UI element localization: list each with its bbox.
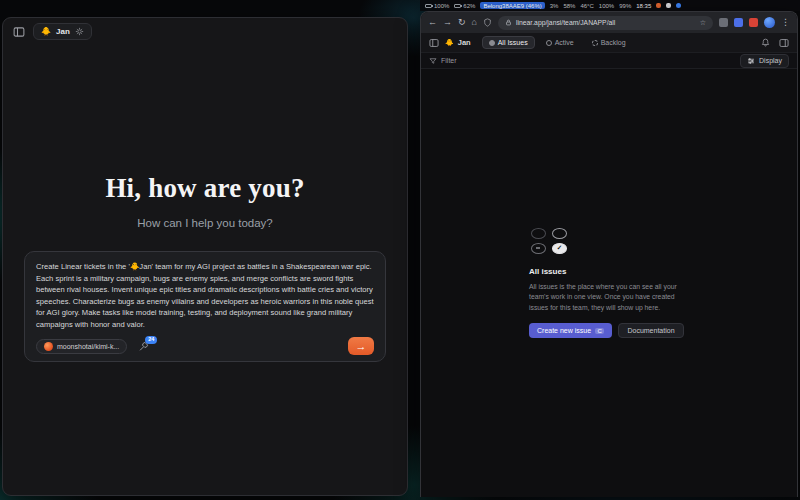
all-issues-icon xyxy=(489,40,495,46)
linear-filter-bar: Filter Display xyxy=(421,52,797,69)
display-sliders-icon xyxy=(747,57,755,65)
address-bar[interactable]: linear.app/jansi/team/JANAPP/all ☆ xyxy=(498,16,713,30)
backlog-circle-icon xyxy=(531,243,546,254)
lock-icon xyxy=(505,19,512,26)
tray-icon-app[interactable] xyxy=(666,3,671,8)
todo-circle-icon xyxy=(531,228,546,239)
linear-tab-bar: 🐥 Jan All Issues Active Backlog xyxy=(421,33,797,52)
view-tabs: All Issues Active Backlog xyxy=(482,36,633,49)
shortcut-key-c: C xyxy=(595,328,604,334)
display-button[interactable]: Display xyxy=(740,54,789,68)
misc-percent: 99% xyxy=(619,3,631,9)
extension-blue-icon[interactable] xyxy=(734,18,743,27)
battery-status: 100% xyxy=(425,3,449,9)
prompt-composer[interactable]: Create Linear tickets in the '🐥Jan' team… xyxy=(24,251,386,362)
empty-state-description: All issues is the place where you can se… xyxy=(529,282,689,314)
network-badge[interactable]: Belong38AAE9 (46%) xyxy=(480,2,544,9)
notifications-bell-button[interactable] xyxy=(761,38,770,47)
tray-icon-messenger[interactable] xyxy=(676,3,681,8)
battery-percent: 100% xyxy=(434,3,449,9)
memory-percent: 58% xyxy=(563,3,575,9)
linear-sidebar-toggle-button[interactable] xyxy=(429,38,439,48)
puzzle-extension-icon[interactable] xyxy=(719,18,728,27)
filter-button[interactable]: Filter xyxy=(429,57,457,65)
active-circle-icon xyxy=(546,40,552,46)
jan-app-window: 🐥 Jan Hi, how are you? How can I help yo… xyxy=(2,17,408,496)
team-selector[interactable]: 🐥 Jan xyxy=(33,23,92,40)
extension-red-icon[interactable] xyxy=(749,18,758,27)
power-percent: 62% xyxy=(463,3,475,9)
browser-menu-button[interactable]: ⋮ xyxy=(781,18,790,27)
bookmark-star-icon[interactable]: ☆ xyxy=(700,19,706,27)
system-status-bar: 100% 62% Belong38AAE9 (46%) 3% 58% 46°C … xyxy=(420,0,800,11)
battery-icon xyxy=(425,4,432,8)
tab-all-issues[interactable]: All Issues xyxy=(482,36,535,49)
power-status: 62% xyxy=(454,3,475,9)
cpu-percent: 3% xyxy=(550,3,559,9)
tools-button[interactable]: 24 xyxy=(138,341,149,352)
home-button[interactable]: ⌂ xyxy=(472,18,477,27)
prompt-text[interactable]: Create Linear tickets in the '🐥Jan' team… xyxy=(36,261,374,330)
chat-header: 🐥 Jan xyxy=(3,18,407,45)
hero-section: Hi, how are you? How can I help you toda… xyxy=(3,173,407,229)
forward-button[interactable]: → xyxy=(443,18,452,27)
shield-icon[interactable] xyxy=(483,18,492,27)
tray-icon-mail[interactable] xyxy=(656,3,661,8)
linear-team-label[interactable]: 🐥 Jan xyxy=(445,38,471,47)
send-button[interactable]: → xyxy=(348,337,374,355)
tools-count-badge: 24 xyxy=(145,336,157,345)
browser-window: ← → ↻ ⌂ linear.app/jansi/team/JANAPP/all… xyxy=(420,11,798,497)
done-check-icon: ✓ xyxy=(552,243,567,254)
greeting-title: Hi, how are you? xyxy=(3,173,407,204)
back-button[interactable]: ← xyxy=(428,18,437,27)
model-name-label: moonshotai/kimi-k... xyxy=(57,343,119,350)
moonshot-logo-icon xyxy=(44,342,53,351)
refresh-button[interactable]: ↻ xyxy=(458,18,466,27)
browser-toolbar: ← → ↻ ⌂ linear.app/jansi/team/JANAPP/all… xyxy=(421,12,797,33)
create-new-issue-button[interactable]: Create new issue C xyxy=(529,323,612,338)
clock: 18:35 xyxy=(636,3,651,9)
tabbar-right-actions xyxy=(761,38,789,48)
layout-panel-button[interactable] xyxy=(779,38,789,48)
battery2-icon xyxy=(454,4,461,8)
profile-avatar[interactable] xyxy=(764,17,775,28)
empty-state-title: All issues xyxy=(529,267,689,276)
tab-active[interactable]: Active xyxy=(539,36,581,49)
sidebar-toggle-button[interactable] xyxy=(13,26,25,38)
disk-percent: 100% xyxy=(599,3,614,9)
documentation-button[interactable]: Documentation xyxy=(618,323,683,338)
greeting-subtitle: How can I help you today? xyxy=(3,217,407,229)
send-arrow-icon: → xyxy=(356,340,367,352)
in-progress-circle-icon xyxy=(552,228,567,239)
backlog-dashed-circle-icon xyxy=(592,40,598,46)
composer-toolbar: moonshotai/kimi-k... 24 → xyxy=(36,330,374,355)
all-issues-empty-state: ✓ All issues All issues is the place whe… xyxy=(529,228,689,339)
issue-status-icons: ✓ xyxy=(531,228,571,254)
linear-app: 🐥 Jan All Issues Active Backlog xyxy=(421,33,797,497)
duck-emoji-icon: 🐥 xyxy=(41,27,51,36)
linear-team-name: Jan xyxy=(458,38,471,47)
url-text: linear.app/jansi/team/JANAPP/all xyxy=(516,19,615,26)
tab-backlog[interactable]: Backlog xyxy=(585,36,633,49)
empty-state-actions: Create new issue C Documentation xyxy=(529,323,689,338)
model-selector[interactable]: moonshotai/kimi-k... xyxy=(36,339,127,354)
filter-funnel-icon xyxy=(429,57,437,65)
temperature: 46°C xyxy=(580,3,593,9)
gear-icon[interactable] xyxy=(75,27,84,36)
team-name-label: Jan xyxy=(56,27,70,36)
linear-content: ✓ All issues All issues is the place whe… xyxy=(421,69,797,497)
duck-emoji-icon: 🐥 xyxy=(445,39,454,47)
